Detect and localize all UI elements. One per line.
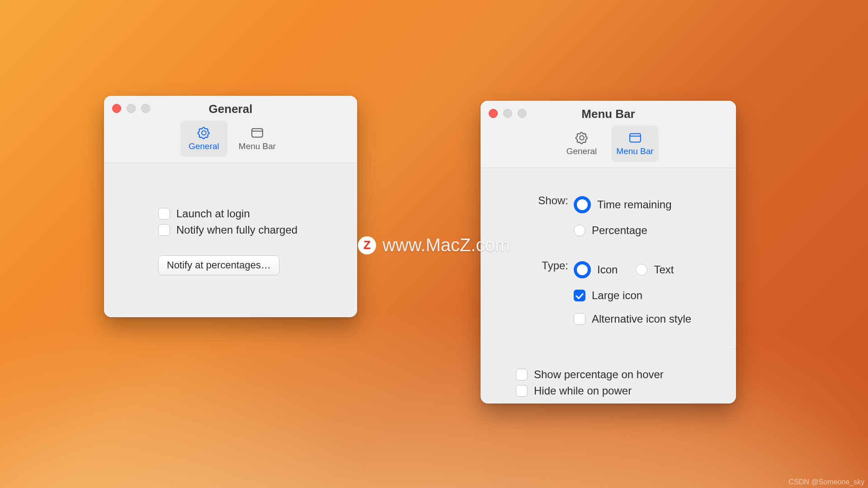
option-large-icon[interactable]: Large icon [574,289,722,302]
option-label: Notify when fully charged [176,224,297,236]
preference-tabs: General Menu Bar [481,126,736,162]
notify-percentages-button[interactable]: Notify at percentages… [158,255,279,275]
traffic-lights [489,109,527,118]
checkbox[interactable] [516,369,528,380]
credit-text: CSDN @Someone_sky [789,478,864,486]
tab-menubar[interactable]: Menu Bar [234,121,281,157]
minimize-icon[interactable] [503,109,512,118]
option-hide-on-power[interactable]: Hide while on power [516,385,722,397]
radio-label: Text [654,263,674,276]
option-time-remaining[interactable]: Time remaining [574,196,722,213]
gear-icon [574,131,590,145]
tab-general-label: General [189,141,219,151]
type-label: Type: [500,258,574,329]
tab-general[interactable]: General [180,121,227,157]
radio-label: Percentage [592,224,647,237]
zoom-icon[interactable] [141,104,150,113]
window-general: General General Menu Bar Launch at login [104,96,357,317]
option-percentage[interactable]: Percentage [574,224,722,237]
svg-rect-0 [252,129,263,137]
option-label: Show percentage on hover [534,368,664,381]
checkbox[interactable] [158,224,170,236]
traffic-lights [112,104,150,113]
menubar-icon [627,131,643,145]
radio[interactable] [636,264,647,276]
window-menubar: Menu Bar General Menu Bar Show: [481,101,736,404]
watermark-logo: Z [358,236,376,254]
radio[interactable] [574,196,591,213]
preference-tabs: General Menu Bar [104,121,357,157]
option-label: Launch at login [176,207,250,220]
window-body: Launch at login Notify when fully charge… [104,163,357,289]
radio-label: Icon [597,263,618,276]
titlebar: General General Menu Bar [104,96,357,163]
type-row: Type: Icon Text [500,258,722,329]
minimize-icon[interactable] [127,104,136,113]
window-body: Show: Time remaining Percentage [481,168,736,404]
checkbox[interactable] [516,385,528,397]
close-icon[interactable] [112,104,121,113]
radio-label: Time remaining [597,198,672,211]
option-alt-icon-style[interactable]: Alternative icon style [574,313,722,325]
tab-menubar-label: Menu Bar [239,141,276,151]
watermark: Z www.MacZ.com [358,235,510,255]
option-label: Alternative icon style [592,313,691,325]
tab-menubar-label: Menu Bar [616,146,653,156]
tab-general[interactable]: General [558,126,605,162]
titlebar: Menu Bar General Menu Bar [481,101,736,168]
menubar-icon [249,126,265,140]
radio[interactable] [574,261,591,278]
show-row: Show: Time remaining Percentage [500,192,722,240]
checkbox[interactable] [158,208,170,220]
svg-rect-2 [630,134,641,142]
watermark-text: www.MacZ.com [382,235,510,255]
zoom-icon[interactable] [518,109,527,118]
checkbox[interactable] [574,290,585,301]
radio[interactable] [574,225,585,236]
gear-icon [196,126,212,140]
show-label: Show: [500,192,574,240]
option-show-percentage-hover[interactable]: Show percentage on hover [516,368,722,381]
tab-general-label: General [566,146,597,156]
checkbox[interactable] [574,313,585,325]
option-type-text[interactable]: Text [636,261,674,278]
option-label: Large icon [592,289,642,302]
tab-menubar[interactable]: Menu Bar [612,126,659,162]
option-launch-at-login[interactable]: Launch at login [158,207,344,220]
option-notify-fully-charged[interactable]: Notify when fully charged [158,224,344,236]
option-type-icon[interactable]: Icon [574,261,618,278]
desktop: General General Menu Bar Launch at login [0,0,868,488]
close-icon[interactable] [489,109,498,118]
option-label: Hide while on power [534,385,632,397]
